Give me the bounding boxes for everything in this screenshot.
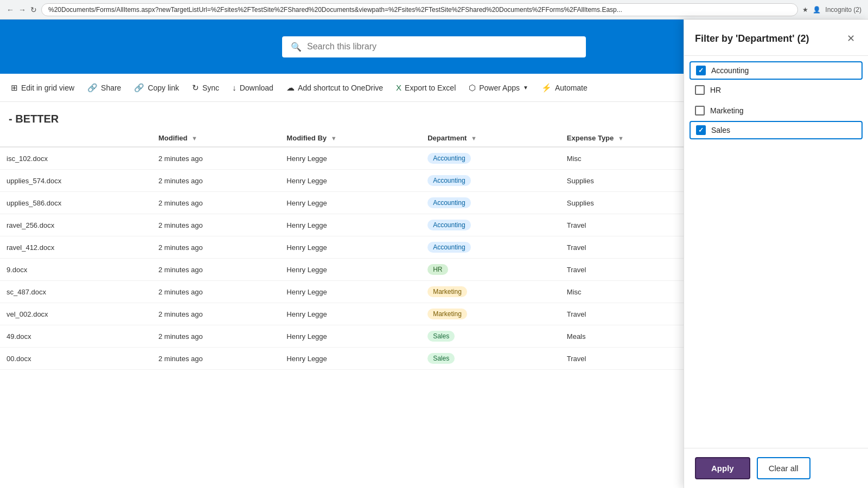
filter-option-item[interactable]: Marketing [695,104,857,118]
browser-forward-icon[interactable]: → [18,5,26,14]
toolbar-download[interactable]: ↓ Download [226,79,280,97]
cell-department: Accounting [421,192,560,214]
cell-modified: 2 minutes ago [152,147,280,170]
share-icon: 🔗 [87,83,98,93]
col-filename [0,130,152,147]
cell-filename: ravel_256.docx [0,214,152,236]
filter-option-item[interactable]: Accounting [690,61,863,80]
search-input[interactable] [307,42,577,52]
filter-option-item[interactable]: HR [695,83,857,97]
cell-department: Accounting [421,170,560,192]
toolbar-share[interactable]: 🔗 Share [81,79,127,97]
toolbar-power-apps[interactable]: ⬡ Power Apps ▼ [462,79,535,97]
toolbar-add-shortcut-label: Add shortcut to OneDrive [298,84,383,92]
cell-department: Sales [421,325,560,348]
incognito-label: Incognito (2) [825,6,861,14]
cell-filename: sc_487.docx [0,281,152,303]
sort-expense-icon: ▼ [618,135,624,142]
close-filter-button[interactable]: ✕ [845,30,857,47]
download-icon: ↓ [232,83,237,92]
cell-modified-by: Henry Legge [280,214,421,236]
automate-icon: ⚡ [541,83,552,93]
cell-modified: 2 minutes ago [152,214,280,236]
cell-filename: 00.docx [0,348,152,370]
cell-department: Accounting [421,147,560,170]
cell-filename: vel_002.docx [0,303,152,325]
cell-modified: 2 minutes ago [152,325,280,348]
toolbar-automate-label: Automate [555,84,588,92]
cell-filename: 9.docx [0,259,152,281]
toolbar-export-excel[interactable]: X Export to Excel [390,79,462,97]
toolbar-automate[interactable]: ⚡ Automate [535,79,594,97]
cell-modified: 2 minutes ago [152,236,280,259]
sort-modified-icon: ▼ [192,135,197,142]
col-modified-by[interactable]: Modified By ▼ [280,130,421,147]
department-badge: Accounting [427,175,470,186]
onedrive-icon: ☁ [286,83,295,93]
sort-department-icon: ▼ [471,135,477,142]
cell-modified-by: Henry Legge [280,259,421,281]
cell-department: Marketing [421,281,560,303]
cell-department: Marketing [421,303,560,325]
filter-option-label: Marketing [710,106,743,115]
filter-checkbox[interactable] [696,66,706,75]
cell-modified-by: Henry Legge [280,325,421,348]
cell-modified-by: Henry Legge [280,147,421,170]
cell-filename: ravel_412.docx [0,236,152,259]
filter-option-label: HR [710,86,721,94]
toolbar-edit-grid[interactable]: ⊞ Edit in grid view [4,79,81,97]
cell-modified: 2 minutes ago [152,170,280,192]
toolbar-add-shortcut[interactable]: ☁ Add shortcut to OneDrive [280,79,390,97]
grid-icon: ⊞ [11,83,18,93]
cell-modified-by: Henry Legge [280,170,421,192]
department-badge: Accounting [427,242,470,253]
cell-modified: 2 minutes ago [152,303,280,325]
power-apps-icon: ⬡ [469,83,476,93]
toolbar-export-excel-label: Export to Excel [405,84,456,92]
browser-refresh-icon[interactable]: ↻ [30,5,37,14]
filter-options: Accounting HR Marketing Sales [684,56,868,448]
cell-department: Accounting [421,214,560,236]
cell-filename: upplies_574.docx [0,170,152,192]
toolbar-power-apps-label: Power Apps [479,84,520,92]
filter-checkbox[interactable] [695,85,705,95]
search-box[interactable]: 🔍 [282,36,586,57]
filter-option-item[interactable]: Sales [690,121,863,139]
department-badge: HR [427,264,448,275]
excel-icon: X [396,83,401,92]
sync-icon: ↻ [192,83,199,93]
search-icon: 🔍 [291,42,302,52]
department-badge: Sales [427,353,455,364]
browser-back-icon[interactable]: ← [7,5,14,14]
col-department[interactable]: Department ▼ [421,130,560,147]
col-modified[interactable]: Modified ▼ [152,130,280,147]
chevron-down-icon: ▼ [523,85,528,91]
toolbar-edit-grid-label: Edit in grid view [21,84,74,92]
toolbar-download-label: Download [240,84,273,92]
cell-modified: 2 minutes ago [152,259,280,281]
browser-url[interactable]: %20Documents/Forms/AllItems.aspx?newTarg… [41,3,798,16]
cell-modified-by: Henry Legge [280,281,421,303]
cell-filename: upplies_586.docx [0,192,152,214]
department-badge: Marketing [427,309,467,319]
filter-option-label: Sales [711,126,730,134]
apply-button[interactable]: Apply [695,457,750,479]
cell-modified-by: Henry Legge [280,348,421,370]
cell-filename: 49.docx [0,325,152,348]
department-badge: Accounting [427,220,470,230]
department-badge: Marketing [427,286,467,297]
filter-checkbox[interactable] [695,106,705,115]
toolbar-sync[interactable]: ↻ Sync [186,79,226,97]
cell-modified: 2 minutes ago [152,348,280,370]
filter-header: Filter by 'Department' (2) ✕ [684,20,868,56]
star-icon[interactable]: ★ [802,6,808,14]
cell-modified-by: Henry Legge [280,236,421,259]
cell-filename: isc_102.docx [0,147,152,170]
filter-checkbox[interactable] [696,125,706,135]
cell-modified: 2 minutes ago [152,281,280,303]
toolbar-sync-label: Sync [202,84,219,92]
filter-title: Filter by 'Department' (2) [695,33,809,44]
clear-all-button[interactable]: Clear all [757,457,810,479]
cell-modified-by: Henry Legge [280,192,421,214]
toolbar-copy-link[interactable]: 🔗 Copy link [127,79,186,97]
